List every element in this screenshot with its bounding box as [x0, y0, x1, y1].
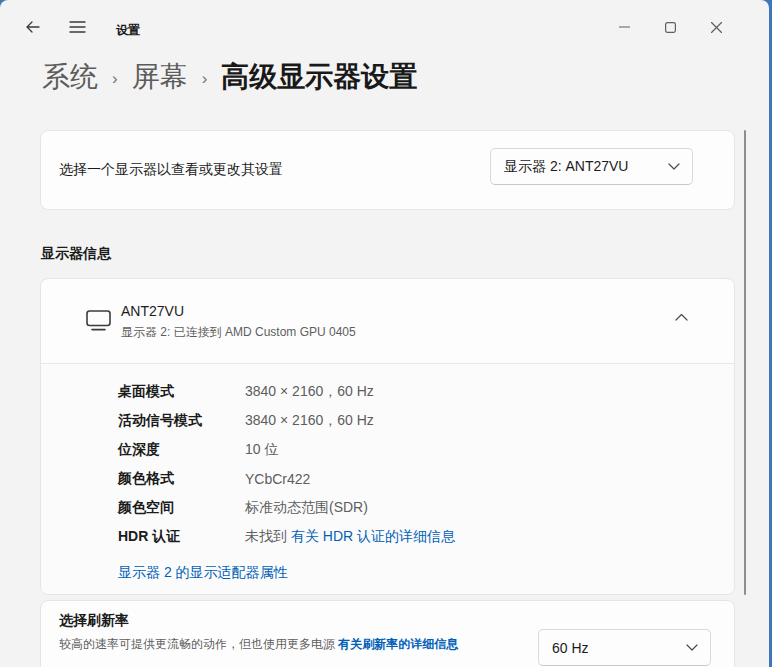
monitor-select-value: 显示器 2: ANT27VU [504, 158, 628, 176]
hdr-status-text: 未找到 [245, 528, 287, 544]
display-selector-label: 选择一个显示器以查看或更改其设置 [59, 131, 283, 209]
info-row-hdr-certification: HDR 认证 未找到 有关 HDR 认证的详细信息 [118, 522, 734, 551]
display-info-expander-header[interactable]: ANT27VU 显示器 2: 已连接到 AMD Custom GPU 0405 [41, 279, 734, 363]
info-label: 颜色空间 [118, 499, 245, 517]
back-button[interactable] [18, 14, 48, 40]
info-value: 未找到 有关 HDR 认证的详细信息 [245, 528, 455, 546]
chevron-down-icon [686, 644, 698, 651]
hdr-details-link[interactable]: 有关 HDR 认证的详细信息 [291, 528, 455, 544]
display-adapter-properties-link[interactable]: 显示器 2 的显示适配器属性 [118, 564, 288, 582]
back-arrow-icon [25, 19, 41, 35]
chevron-up-icon [675, 313, 688, 321]
display-info-section-title: 显示器信息 [41, 245, 111, 263]
refresh-rate-details-link[interactable]: 有关刷新率的详细信息 [338, 637, 458, 651]
monitor-select-dropdown[interactable]: 显示器 2: ANT27VU [490, 148, 693, 185]
display-info-details: 桌面模式 3840 × 2160，60 Hz 活动信号模式 3840 × 216… [41, 364, 734, 594]
hamburger-icon [69, 20, 86, 34]
info-row-color-space: 颜色空间 标准动态范围(SDR) [118, 493, 734, 522]
breadcrumb-separator-icon: › [202, 65, 208, 89]
info-row-color-format: 颜色格式 YCbCr422 [118, 464, 734, 493]
display-info-card: ANT27VU 显示器 2: 已连接到 AMD Custom GPU 0405 … [40, 278, 735, 595]
info-label: 颜色格式 [118, 470, 245, 488]
maximize-icon [665, 22, 676, 33]
refresh-rate-card: 选择刷新率 较高的速率可提供更流畅的动作，但也使用更多电源 有关刷新率的详细信息… [40, 600, 735, 667]
breadcrumb: 系统 › 屏幕 › 高级显示器设置 [42, 58, 417, 96]
info-value: 3840 × 2160，60 Hz [245, 412, 374, 430]
minimize-icon [619, 26, 630, 28]
navigation-menu-button[interactable] [62, 14, 92, 40]
refresh-rate-dropdown[interactable]: 60 Hz [538, 629, 711, 666]
refresh-rate-description-text: 较高的速率可提供更流畅的动作，但也使用更多电源 [59, 637, 335, 651]
refresh-rate-title: 选择刷新率 [59, 612, 129, 630]
refresh-rate-description: 较高的速率可提供更流畅的动作，但也使用更多电源 有关刷新率的详细信息 [59, 634, 529, 655]
monitor-name: ANT27VU [121, 303, 184, 319]
breadcrumb-system[interactable]: 系统 [42, 58, 98, 96]
page-title: 高级显示器设置 [221, 58, 417, 96]
close-button[interactable] [693, 12, 739, 42]
scrollbar-thumb[interactable] [744, 130, 746, 595]
info-label: 桌面模式 [118, 383, 245, 401]
info-row-signal-mode: 活动信号模式 3840 × 2160，60 Hz [118, 406, 734, 435]
monitor-subtitle: 显示器 2: 已连接到 AMD Custom GPU 0405 [121, 324, 356, 341]
info-label: 位深度 [118, 441, 245, 459]
minimize-button[interactable] [601, 12, 647, 42]
titlebar: 设置 [0, 0, 769, 50]
scrollbar[interactable] [743, 120, 747, 610]
info-value: 标准动态范围(SDR) [245, 499, 368, 517]
close-icon [711, 22, 722, 33]
info-label: HDR 认证 [118, 528, 245, 546]
breadcrumb-display[interactable]: 屏幕 [132, 58, 188, 96]
info-value: 10 位 [245, 441, 278, 459]
monitor-icon [85, 307, 112, 332]
maximize-button[interactable] [647, 12, 693, 42]
info-row-desktop-mode: 桌面模式 3840 × 2160，60 Hz [118, 377, 734, 406]
display-selector-card: 选择一个显示器以查看或更改其设置 显示器 2: ANT27VU [40, 130, 735, 210]
info-value: YCbCr422 [245, 471, 310, 487]
info-row-bit-depth: 位深度 10 位 [118, 435, 734, 464]
chevron-down-icon [668, 163, 680, 170]
breadcrumb-separator-icon: › [112, 65, 118, 89]
info-label: 活动信号模式 [118, 412, 245, 430]
window-controls [601, 12, 739, 42]
info-value: 3840 × 2160，60 Hz [245, 383, 374, 401]
settings-window: 设置 系统 › 屏幕 › 高级显示器设置 [0, 0, 769, 667]
refresh-rate-value: 60 Hz [552, 640, 589, 656]
app-title: 设置 [116, 22, 140, 39]
